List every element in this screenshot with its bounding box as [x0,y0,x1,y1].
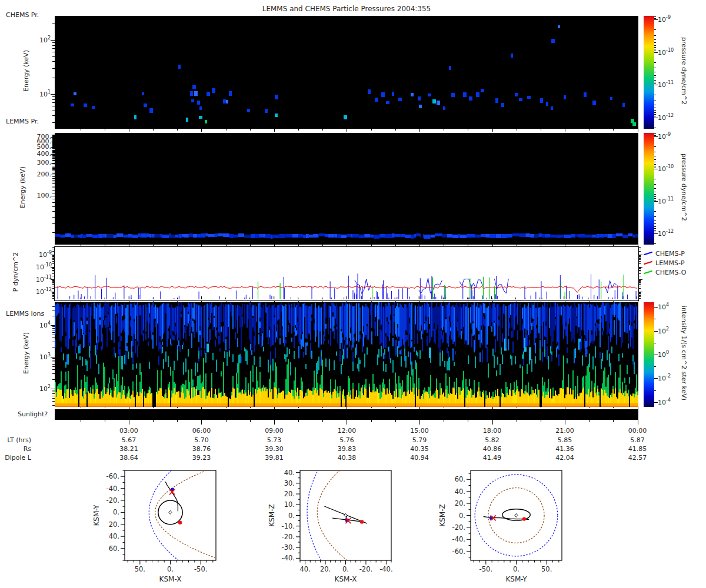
tick-mark [52,293,55,294]
x-axis-tick [298,420,299,422]
red-dot-marker [178,521,182,524]
x-axis-tick [153,129,154,131]
y-tick-label: 40. [109,532,119,540]
x-tick-label: 0. [342,565,349,573]
tick-mark [52,316,55,316]
tick-mark [52,78,55,78]
tick-mark [52,390,55,390]
x-axis-tick [250,420,251,422]
tick-mark [52,281,55,282]
time-tick-label: 12:00 [326,427,367,435]
x-axis-tick [589,420,590,422]
tick-mark [52,398,55,399]
figure-root: LEMMS and CHEMS Particle Pressures 2004:… [0,0,706,588]
pressure-line-plot [55,247,637,299]
tick-mark [52,176,55,177]
tick-mark [52,152,55,152]
y-tick-label: 102 [26,35,51,44]
tick-mark [52,393,55,394]
ephemeris-value: 40.86 [472,445,513,453]
x-tick-label: 20. [320,565,331,573]
legend-label-lemms-p: LEMMS-P [655,259,685,267]
planet-diamond-marker [169,510,172,514]
tick-mark [52,106,55,106]
tick-mark [52,191,55,191]
tick-mark [52,144,55,145]
colorbar-tick-label: 10-10 [658,164,674,173]
tick-mark [654,164,656,165]
x-axis-tick [177,407,178,408]
tick-mark [52,268,55,268]
y-tick-label: 10. [284,500,295,509]
x-axis-tick [517,245,517,246]
x-axis-tick [565,129,565,132]
tick-mark [52,136,55,137]
tick-mark [52,159,55,159]
colorbar-tick-label: 10-4 [658,397,671,406]
orbit-ylabel: KSM-Z [438,504,447,526]
tick-mark [52,143,55,144]
x-axis-tick [322,129,323,131]
tick-mark [52,256,55,256]
tick-mark [654,72,656,72]
tick-label: 200. [26,171,51,178]
tick-mark [52,115,55,116]
x-axis-tick [322,245,323,246]
time-tick-label: 21:00 [544,427,585,435]
x-axis-tick [419,300,420,302]
x-axis-tick [468,129,468,131]
y-tick-label: 30. [284,479,295,487]
x-axis-tick [371,420,372,422]
x-axis-tick [565,245,565,247]
tick-mark [51,175,55,175]
x-axis-tick [274,129,275,132]
tick-mark [639,270,641,271]
x-axis-tick [371,300,372,302]
tick-mark [52,102,55,103]
x-axis-tick [492,407,493,409]
legend-item-chems-p: CHEMS-P [644,249,685,258]
x-axis-tick [541,245,541,246]
tick-mark [654,47,656,48]
x-axis-tick [517,420,517,422]
tick-mark [639,296,641,297]
tick-mark [52,206,55,207]
tick-mark [654,179,656,179]
tick-mark [639,284,641,285]
tick-mark [52,48,55,49]
figure-title: LEMMS and CHEMS Particle Pressures 2004:… [55,5,638,13]
ephemeris-value: 5.79 [399,436,440,444]
bow-shock-curve [307,470,321,560]
x-axis-tick [565,407,565,409]
tick-mark [654,243,656,244]
tick-mark [51,357,55,358]
x-axis-tick [347,300,347,302]
tick-mark [654,75,656,76]
x-axis-tick [541,420,541,422]
orbit-ylabel: KSM-Y [92,505,101,526]
time-tick-label: 18:00 [472,427,513,435]
y-tick-label: -20. [452,523,465,532]
ephemeris-value: 38.21 [108,445,149,453]
tick-mark [639,286,641,286]
chems-p-line-swatch [644,252,652,256]
tick-mark [52,135,55,136]
x-axis-tick [105,245,105,246]
x-axis-tick [517,407,517,408]
x-axis-tick [177,300,178,302]
tick-mark [52,335,55,335]
tick-mark [52,186,55,186]
tick-mark [52,286,55,286]
bow-shock-curve [149,470,178,560]
x-axis-tick [201,407,202,409]
tick-mark [52,369,55,370]
tick-mark [52,172,55,172]
tick-mark [52,183,55,184]
tick-mark [654,200,656,201]
tick-mark [52,141,55,141]
x-axis-tick [517,300,517,302]
tick-mark [52,136,55,136]
tick-mark [639,293,641,293]
colorbar-intensity [644,302,654,407]
x-axis-tick [371,245,372,246]
